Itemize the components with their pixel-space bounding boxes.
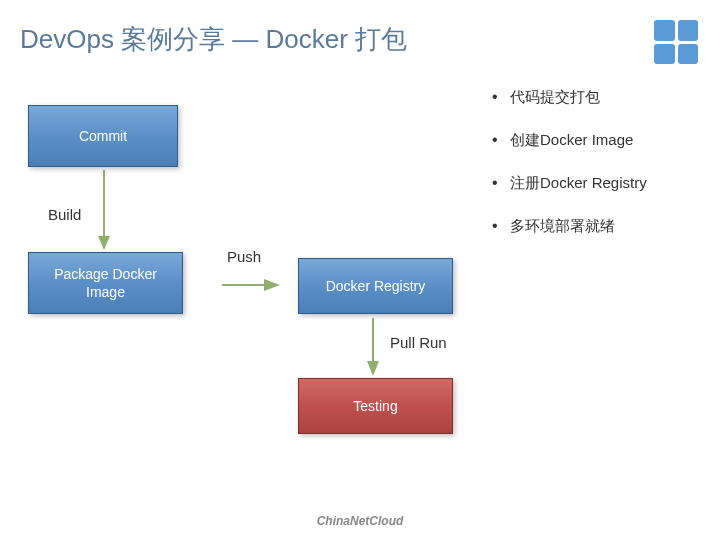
svg-marker-3 — [264, 279, 280, 291]
box-testing-label: Testing — [353, 397, 397, 415]
footer-text: ChinaNetCloud — [0, 514, 720, 528]
list-item: 代码提交打包 — [490, 88, 647, 107]
list-item: 创建Docker Image — [490, 131, 647, 150]
box-commit-label: Commit — [79, 127, 127, 145]
list-item: 注册Docker Registry — [490, 174, 647, 193]
box-registry: Docker Registry — [298, 258, 453, 314]
box-package: Package Docker Image — [28, 252, 183, 314]
svg-marker-5 — [367, 361, 379, 376]
list-item: 多环境部署就绪 — [490, 217, 647, 236]
box-commit: Commit — [28, 105, 178, 167]
logo-icon — [654, 20, 698, 64]
arrow-push-icon — [222, 275, 282, 295]
arrow-build-icon — [94, 170, 114, 252]
label-push: Push — [227, 248, 261, 265]
slide-title: DevOps 案例分享 — Docker 打包 — [20, 22, 407, 57]
label-pullrun: Pull Run — [390, 334, 447, 351]
box-registry-label: Docker Registry — [326, 277, 426, 295]
bullet-list: 代码提交打包 创建Docker Image 注册Docker Registry … — [490, 88, 647, 260]
label-build: Build — [48, 206, 81, 223]
box-testing: Testing — [298, 378, 453, 434]
arrow-pullrun-icon — [363, 318, 383, 378]
box-package-label: Package Docker Image — [33, 265, 178, 301]
svg-marker-1 — [98, 236, 110, 250]
